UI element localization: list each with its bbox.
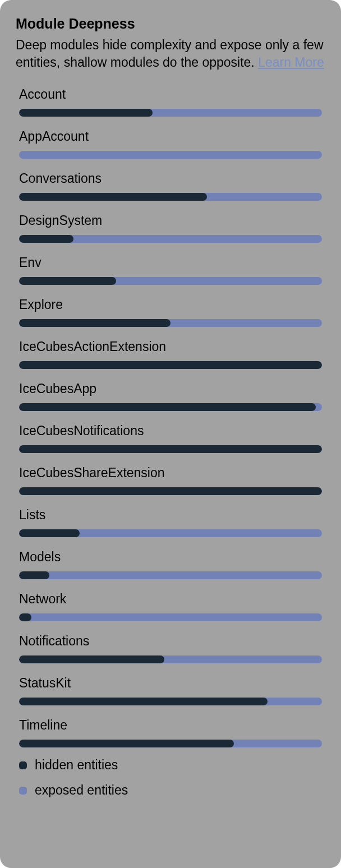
module-name: DesignSystem (19, 213, 322, 228)
module-bar-hidden-fill (19, 698, 268, 705)
module-item: IceCubesApp (19, 381, 322, 411)
module-name: Env (19, 255, 322, 270)
legend-item-hidden: hidden entities (19, 758, 325, 773)
module-item: IceCubesShareExtension (19, 465, 322, 495)
module-item: Conversations (19, 171, 322, 201)
module-item: Account (19, 87, 322, 117)
module-item: AppAccount (19, 129, 322, 159)
card-description: Deep modules hide complexity and expose … (16, 36, 325, 71)
module-bar (19, 277, 322, 285)
module-bar-hidden-fill (19, 613, 31, 621)
module-name: AppAccount (19, 129, 322, 144)
module-bar (19, 235, 322, 243)
card-title: Module Deepness (16, 16, 325, 32)
module-bar (19, 571, 322, 579)
legend-swatch-hidden (19, 761, 27, 769)
legend-label-hidden: hidden entities (35, 758, 118, 773)
module-item: Network (19, 592, 322, 621)
module-deepness-card: Module Deepness Deep modules hide comple… (0, 0, 341, 868)
module-item: StatusKit (19, 676, 322, 705)
learn-more-link[interactable]: Learn More (258, 55, 324, 70)
module-name: Account (19, 87, 322, 102)
module-bar-hidden-fill (19, 487, 322, 495)
module-item: IceCubesNotifications (19, 423, 322, 453)
module-bar (19, 698, 322, 705)
module-bar-hidden-fill (19, 361, 322, 369)
module-name: Lists (19, 507, 322, 523)
module-bar (19, 613, 322, 621)
module-name: Notifications (19, 634, 322, 649)
module-bar (19, 109, 322, 117)
module-name: Network (19, 592, 322, 607)
module-bar-hidden-fill (19, 193, 207, 201)
module-item: Models (19, 550, 322, 579)
modules-list: AccountAppAccountConversationsDesignSyst… (16, 87, 325, 747)
module-bar-hidden-fill (19, 319, 170, 327)
module-name: Explore (19, 297, 322, 312)
module-bar (19, 403, 322, 411)
module-bar (19, 361, 322, 369)
module-item: Lists (19, 507, 322, 537)
module-bar-hidden-fill (19, 403, 316, 411)
module-bar-hidden-fill (19, 235, 73, 243)
module-bar (19, 193, 322, 201)
module-bar-hidden-fill (19, 571, 49, 579)
module-item: Env (19, 255, 322, 285)
module-name: IceCubesActionExtension (19, 339, 322, 354)
module-bar (19, 151, 322, 159)
legend-item-exposed: exposed entities (19, 783, 325, 798)
module-item: Notifications (19, 634, 322, 663)
module-name: IceCubesApp (19, 381, 322, 396)
module-item: DesignSystem (19, 213, 322, 243)
module-name: IceCubesNotifications (19, 423, 322, 438)
module-bar (19, 529, 322, 537)
module-name: IceCubesShareExtension (19, 465, 322, 481)
module-name: Timeline (19, 718, 322, 733)
module-bar (19, 319, 322, 327)
module-name: Conversations (19, 171, 322, 186)
module-bar-hidden-fill (19, 445, 322, 453)
module-item: Timeline (19, 718, 322, 747)
module-bar (19, 445, 322, 453)
module-item: IceCubesActionExtension (19, 339, 322, 369)
module-name: StatusKit (19, 676, 322, 691)
module-name: Models (19, 550, 322, 565)
legend-label-exposed: exposed entities (35, 783, 128, 798)
module-bar-hidden-fill (19, 529, 80, 537)
module-item: Explore (19, 297, 322, 327)
legend-swatch-exposed (19, 787, 27, 795)
legend: hidden entities exposed entities (16, 758, 325, 798)
module-bar-hidden-fill (19, 277, 116, 285)
module-bar-hidden-fill (19, 655, 164, 663)
module-bar-hidden-fill (19, 740, 234, 747)
module-bar (19, 487, 322, 495)
module-bar (19, 740, 322, 747)
module-bar (19, 655, 322, 663)
module-bar-hidden-fill (19, 109, 153, 117)
